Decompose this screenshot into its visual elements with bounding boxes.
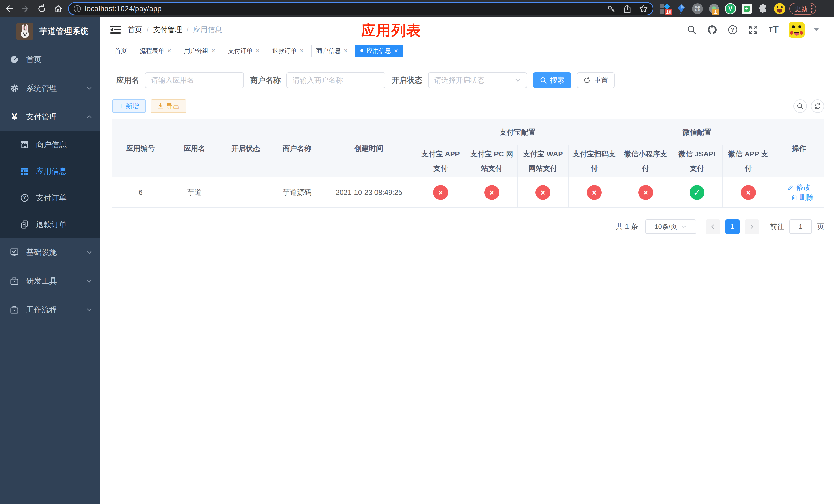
col-header-wx-lite: 微信小程序支付: [620, 145, 672, 177]
avatar-caret-icon[interactable]: [814, 28, 819, 31]
next-page-button[interactable]: [745, 220, 759, 234]
briefcase-icon: [9, 305, 20, 314]
update-button[interactable]: 更新: [789, 3, 816, 15]
tag-merchant-info[interactable]: 商户信息×: [311, 45, 352, 57]
pay-submenu: 商户信息 应用信息 ¥ 支付订单 退款订单: [0, 131, 100, 238]
tab-close-icon[interactable]: ×: [394, 48, 398, 54]
tag-process-form[interactable]: 流程表单×: [135, 45, 176, 57]
help-icon[interactable]: ?: [727, 24, 738, 36]
cell-enabled: [220, 177, 271, 208]
refresh-button[interactable]: [811, 99, 824, 113]
col-header-enabled: 开启状态: [220, 119, 271, 177]
extension-kite-icon[interactable]: [676, 3, 687, 14]
cell-merchant: 芋道源码: [271, 177, 323, 208]
app-name-input[interactable]: [145, 72, 244, 88]
gear-icon: [9, 84, 20, 93]
plus-icon: +: [119, 102, 123, 110]
chevron-left-icon: [710, 224, 716, 230]
status-alipay-qr: ×: [587, 185, 602, 200]
bookmark-star-icon[interactable]: [639, 4, 648, 13]
col-header-created: 创建时间: [323, 119, 415, 177]
extensions-puzzle-icon[interactable]: [758, 3, 769, 14]
tab-close-icon[interactable]: ×: [168, 48, 171, 54]
table-toolbar: + 新增 导出: [112, 99, 824, 113]
tag-pay-order[interactable]: 支付订单×: [223, 45, 264, 57]
tab-close-icon[interactable]: ×: [300, 48, 303, 54]
tag-user-group[interactable]: 用户分组×: [179, 45, 220, 57]
svg-text:¥: ¥: [23, 196, 26, 201]
tab-close-icon[interactable]: ×: [344, 48, 348, 54]
export-button[interactable]: 导出: [151, 99, 186, 113]
app-title: 芋道管理系统: [40, 26, 89, 37]
briefcase-icon: [9, 276, 20, 285]
col-header-alipay-wap: 支付宝 WAP 网站支付: [518, 145, 569, 177]
tab-close-icon[interactable]: ×: [256, 48, 259, 54]
user-avatar[interactable]: [789, 22, 805, 38]
download-icon: [157, 103, 164, 110]
browser-profile-avatar[interactable]: [774, 3, 785, 14]
sidebar-item-infrastructure[interactable]: 基础设施: [0, 238, 100, 267]
sidebar-item-workflow[interactable]: 工作流程: [0, 295, 100, 324]
reset-button[interactable]: 重置: [577, 72, 615, 88]
vue-devtools-icon[interactable]: V: [725, 3, 736, 14]
sidebar-item-app-info[interactable]: 应用信息: [0, 158, 100, 185]
browser-reload-icon[interactable]: [36, 2, 48, 15]
search-icon[interactable]: [686, 24, 697, 36]
tag-refund-order[interactable]: 退款订单×: [267, 45, 308, 57]
sidebar-item-home[interactable]: 首页: [0, 45, 100, 74]
merchant-name-label: 商户名称: [250, 75, 281, 86]
browser-forward-icon[interactable]: [19, 2, 32, 15]
breadcrumb-home[interactable]: 首页: [128, 25, 142, 35]
address-bar[interactable]: localhost:1024/pay/app: [68, 2, 654, 15]
site-info-icon[interactable]: [73, 5, 81, 13]
password-key-icon[interactable]: [607, 4, 616, 13]
page-size-select[interactable]: 10条/页: [645, 220, 696, 234]
sidebar-item-dev-tools[interactable]: 研发工具: [0, 267, 100, 295]
extension-recorder-icon[interactable]: 1: [708, 3, 720, 14]
extension-pin-icon[interactable]: 10: [659, 3, 671, 14]
sidebar-item-pay[interactable]: ¥ 支付管理: [0, 102, 100, 131]
extension-command-icon[interactable]: ⌘: [692, 3, 703, 14]
sidebar-item-pay-order[interactable]: ¥ 支付订单: [0, 185, 100, 211]
chevron-down-icon: [86, 85, 92, 91]
toggle-search-button[interactable]: [793, 99, 807, 113]
page-number-1[interactable]: 1: [725, 220, 740, 234]
status-select[interactable]: 请选择开启状态: [428, 72, 527, 88]
browser-menu-icon[interactable]: [810, 4, 813, 13]
tab-close-icon[interactable]: ×: [212, 48, 215, 54]
sidebar-item-refund-order[interactable]: 退款订单: [0, 211, 100, 238]
share-icon[interactable]: [623, 4, 632, 13]
tag-home[interactable]: 首页: [110, 45, 132, 57]
goto-label: 前往: [770, 222, 784, 231]
col-header-alipay-qr: 支付宝扫码支付: [569, 145, 620, 177]
status-alipay-wap: ×: [535, 185, 550, 200]
font-size-icon[interactable]: TT: [768, 24, 780, 36]
sidebar-item-merchant-info[interactable]: 商户信息: [0, 131, 100, 158]
search-button[interactable]: 搜索: [533, 72, 571, 88]
breadcrumb-current: 应用信息: [193, 25, 222, 35]
cell-created: 2021-10-23 08:49:25: [323, 177, 415, 208]
github-icon[interactable]: [706, 24, 718, 36]
fullscreen-icon[interactable]: [748, 24, 759, 36]
chevron-down-icon: [86, 249, 92, 255]
tag-app-info[interactable]: 应用信息×: [355, 45, 403, 57]
col-group-alipay: 支付宝配置: [415, 119, 620, 145]
page-content: 应用名 商户名称 开启状态 请选择开启状态 搜索 重置: [100, 60, 834, 504]
pagination-total: 共 1 条: [616, 222, 638, 231]
goto-page-input[interactable]: [789, 220, 812, 234]
sidebar-collapse-icon[interactable]: [110, 25, 120, 34]
browser-back-icon[interactable]: [3, 2, 15, 15]
col-header-wx-jsapi: 微信 JSAPI 支付: [672, 145, 723, 177]
col-header-wx-app: 微信 APP 支付: [723, 145, 774, 177]
prev-page-button[interactable]: [706, 220, 720, 234]
select-chevron-icon: [515, 77, 521, 83]
breadcrumb-pay[interactable]: 支付管理: [153, 25, 182, 35]
extension-sheet-icon[interactable]: [741, 3, 752, 14]
browser-home-icon[interactable]: [52, 2, 65, 15]
add-button[interactable]: + 新增: [112, 99, 146, 113]
edit-link[interactable]: 修改: [788, 183, 811, 192]
app-logo-row[interactable]: 芋道管理系统: [0, 18, 100, 45]
merchant-name-input[interactable]: [286, 72, 386, 88]
delete-link[interactable]: 删除: [791, 192, 814, 202]
sidebar-item-system[interactable]: 系统管理: [0, 74, 100, 102]
